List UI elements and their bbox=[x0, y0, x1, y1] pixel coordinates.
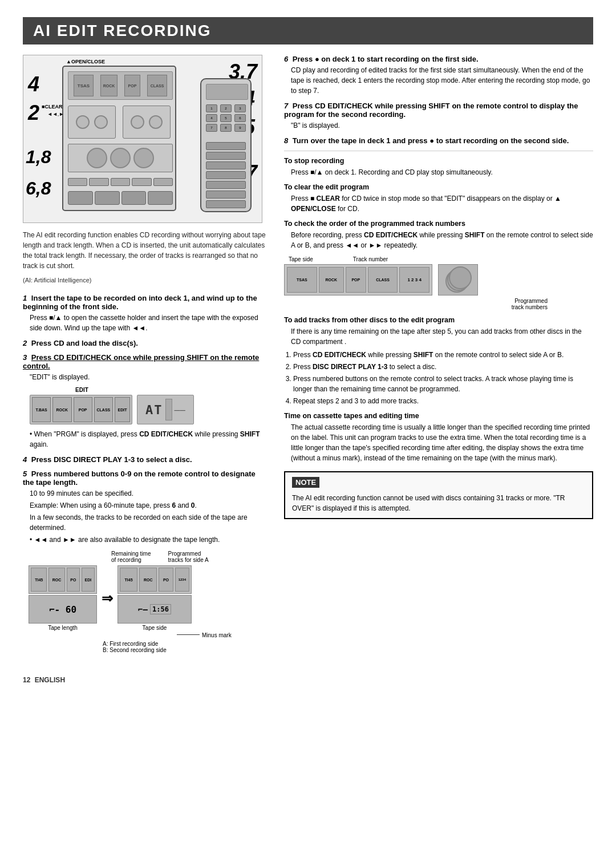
remaining-time-label: Remaining timeof recording bbox=[111, 551, 151, 563]
side-labels: A: First recording side B: Second record… bbox=[103, 641, 268, 653]
tape-length-text: Tape length bbox=[48, 625, 78, 631]
step-3-title: 3 Press CD EDIT/CHECK once while pressin… bbox=[23, 353, 268, 370]
tape-side-text: Tape side bbox=[143, 625, 167, 631]
tape-deck-2 bbox=[123, 106, 171, 139]
clear-edit-section: To clear the edit program Press ■ CLEAR … bbox=[284, 183, 593, 214]
track-number-header: Track number bbox=[353, 256, 388, 262]
step-4: 4 Press DISC DIRECT PLAY 1-3 to select a… bbox=[23, 455, 268, 464]
step-1-title: 1 Insert the tape to be recorded on into… bbox=[23, 294, 268, 311]
step-3-note: • When "PRGM" is displayed, press CD EDI… bbox=[30, 429, 268, 450]
note-title: NOTE bbox=[292, 477, 319, 488]
add-tracks-list: Press CD EDIT/CHECK while pressing SHIFT… bbox=[293, 350, 593, 406]
time-cassette-section: Time on cassette tapes and editing time … bbox=[284, 412, 593, 463]
step-5: 5 Press numbered buttons 0-9 on the remo… bbox=[23, 470, 268, 653]
step-7: 7 Press CD EDIT/CHECK while pressing SHI… bbox=[284, 102, 593, 131]
programmed-tracks-label: Programmedtracks for side A bbox=[168, 551, 208, 563]
track-number-display: TSAS ROCK POP CLASS 1 2 3 4 bbox=[284, 264, 432, 296]
edit-label: EDIT bbox=[75, 387, 268, 393]
step-5-title: 5 Press numbered buttons 0-9 on the remo… bbox=[23, 470, 268, 487]
step-6: 6 Press ● on deck 1 to start recording o… bbox=[284, 55, 593, 96]
check-order-body: Before recording, press CD EDIT/CHECK wh… bbox=[291, 230, 593, 250]
minus-mark-label: Minus mark bbox=[202, 632, 232, 638]
add-tracks-title: To add tracks from other discs to the ed… bbox=[284, 316, 593, 324]
step-1: 1 Insert the tape to be recorded on into… bbox=[23, 294, 268, 333]
stop-recording-title: To stop recording bbox=[284, 157, 593, 165]
tape-length-display: TI45 ROC PO EDI bbox=[29, 565, 97, 594]
remote-screen bbox=[206, 84, 248, 100]
step-8-title: 8 Turn over the tape in deck 1 and press… bbox=[284, 136, 593, 145]
step-num-4-left: 4 bbox=[28, 72, 39, 96]
device-buttons bbox=[68, 178, 173, 188]
cd-area bbox=[68, 144, 173, 172]
step-1-body: Press ■/▲ to open the cassette holder an… bbox=[30, 313, 268, 333]
stop-recording-section: To stop recording Press ■/▲ on deck 1. R… bbox=[284, 157, 593, 177]
tape-deck-1 bbox=[68, 106, 116, 139]
programmed-tracks-display: TI45 ROC PO 1234 bbox=[117, 565, 192, 594]
time-cassette-title: Time on cassette tapes and editing time bbox=[284, 412, 593, 420]
remote-control: 1 2 3 4 5 6 7 8 9 bbox=[200, 78, 252, 212]
step-num-68-left: 6,8 bbox=[26, 178, 51, 199]
remote-buttons: 1 2 3 4 5 6 7 8 9 bbox=[206, 104, 247, 132]
step-3: 3 Press CD EDIT/CHECK once while pressin… bbox=[23, 353, 268, 450]
open-close-label: ▲OPEN/CLOSE bbox=[66, 59, 105, 64]
stop-recording-body: Press ■/▲ on deck 1. Recording and CD pl… bbox=[291, 167, 593, 177]
step-8: 8 Turn over the tape in deck 1 and press… bbox=[284, 136, 593, 145]
page-footer: 12 ENGLISH bbox=[23, 676, 593, 684]
tape-length-val: ⌐- 60 bbox=[29, 595, 97, 624]
cd-stack-diagram bbox=[438, 264, 478, 296]
step-6-body: CD play and recording of edited tracks f… bbox=[291, 65, 593, 96]
step-2: 2 Press CD and load the disc(s). bbox=[23, 339, 268, 347]
page-number: 12 bbox=[23, 676, 30, 684]
step5-diagram: Remaining timeof recording Programmedtra… bbox=[23, 551, 268, 653]
clear-label: ■CLEAR bbox=[42, 104, 62, 110]
clear-edit-body: Press ■ CLEAR for CD twice in stop mode … bbox=[291, 193, 593, 214]
intro-paragraph: The AI edit recording function enables C… bbox=[23, 230, 268, 271]
ai-note: (AI: Artificial Intelligence) bbox=[23, 277, 268, 284]
edit-display: T.BAS ROCK POP CLASS EDIT bbox=[30, 395, 132, 424]
language-label: ENGLISH bbox=[35, 676, 65, 684]
step-7-title: 7 Press CD EDIT/CHECK while pressing SHI… bbox=[284, 102, 593, 119]
note-body: The AI edit recording function cannot be… bbox=[292, 493, 585, 513]
step-num-2-left: 2 bbox=[28, 101, 39, 125]
step-6-title: 6 Press ● on deck 1 to start recording o… bbox=[284, 55, 593, 63]
edit-display-right: AT –– bbox=[137, 395, 194, 424]
check-order-section: To check the order of the programmed tra… bbox=[284, 220, 593, 250]
programmed-label: Programmedtrack numbers bbox=[284, 298, 548, 310]
device-bottom-buttons bbox=[68, 191, 173, 207]
time-cassette-body: The actual cassette recording time is us… bbox=[291, 422, 593, 463]
note-box: NOTE The AI edit recording function cann… bbox=[284, 471, 593, 519]
track-diagram: Tape side Track number TSAS ROCK POP CLA… bbox=[284, 256, 593, 310]
step-2-title: 2 Press CD and load the disc(s). bbox=[23, 339, 268, 347]
remote-more-buttons bbox=[206, 142, 246, 208]
page-title: AI EDIT RECORDING bbox=[23, 17, 593, 44]
clear-edit-title: To clear the edit program bbox=[284, 183, 593, 191]
step-4-title: 4 Press DISC DIRECT PLAY 1-3 to select a… bbox=[23, 455, 268, 464]
programmed-val-display: ⌐–1:56 bbox=[117, 595, 192, 624]
step-7-body: "B" is displayed. bbox=[291, 120, 593, 131]
add-tracks-section: To add tracks from other discs to the ed… bbox=[284, 316, 593, 406]
add-tracks-intro: If there is any time remaining on the ta… bbox=[291, 326, 593, 347]
device-body: ▲OPEN/CLOSE TSAS ROCK POP CLASS ■CLEAR ◄… bbox=[62, 66, 176, 211]
rewind-forward-label: ◄◄,► bbox=[47, 111, 64, 117]
step-3-body: "EDIT" is displayed. bbox=[30, 372, 268, 382]
step-5-body: 10 to 99 minutes can be specified. Examp… bbox=[30, 488, 268, 545]
check-order-title: To check the order of the programmed tra… bbox=[284, 220, 593, 228]
device-screen: TSAS ROCK POP CLASS bbox=[68, 71, 173, 100]
step-num-18-left: 1,8 bbox=[26, 147, 51, 168]
arrow-icon: ⇒ bbox=[102, 590, 113, 606]
tape-side-header: Tape side bbox=[289, 256, 313, 262]
device-diagram: 4 2 1,8 6,8 3,7 4 5 3,7 ▲OPEN/CLOSE TSAS… bbox=[23, 55, 262, 223]
edit-diagram: EDIT T.BAS ROCK POP CLASS EDIT AT –– bbox=[30, 387, 268, 424]
